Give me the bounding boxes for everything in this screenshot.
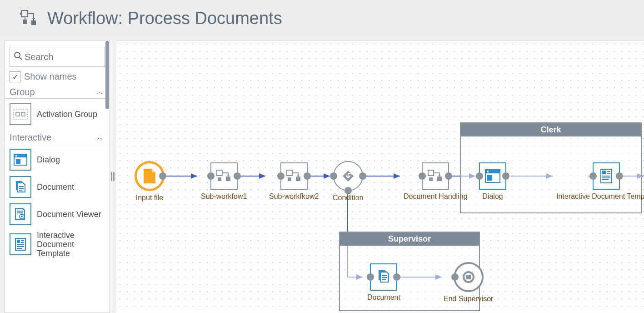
palette-label: Activation Group [37, 110, 97, 119]
dialog-icon [10, 149, 31, 171]
svg-marker-45 [351, 172, 353, 175]
svg-point-20 [21, 216, 23, 217]
header: Workflow: Process Documents [0, 0, 644, 36]
group-supervisor-title: Supervisor [340, 232, 479, 246]
svg-rect-22 [17, 240, 20, 243]
section-interactive-header[interactable]: Interactive ︿ [5, 130, 110, 144]
palette-document[interactable]: Document [5, 173, 110, 201]
node-interactive-doc-template[interactable]: Interactive Document Template [556, 162, 644, 201]
svg-rect-40 [287, 170, 292, 176]
search-input-container[interactable] [10, 47, 105, 67]
svg-line-6 [20, 57, 22, 60]
workflow-canvas[interactable]: Clerk Supervisor Input file Sub-workfow1 [116, 40, 644, 313]
svg-rect-42 [288, 177, 291, 181]
node-condition[interactable]: Condition [333, 161, 364, 202]
palette-label: Document Viewer [37, 210, 101, 219]
node-sub-workflow1[interactable]: Sub-workfow1 [201, 162, 247, 201]
palette-interactive-doc-template[interactable]: Interactive Document Template [5, 228, 110, 261]
node-label: Document [367, 293, 400, 302]
node-document[interactable]: Document [367, 263, 400, 302]
svg-rect-13 [16, 159, 20, 164]
search-input[interactable] [25, 52, 110, 62]
svg-marker-43 [297, 175, 300, 177]
svg-rect-36 [217, 170, 222, 176]
show-names-checkbox[interactable]: ✓ Show names [10, 71, 105, 82]
svg-rect-37 [226, 177, 230, 181]
node-sub-workflow2[interactable]: Sub-workfkow2 [269, 162, 319, 201]
svg-point-5 [15, 52, 20, 58]
activation-group-icon [10, 103, 31, 125]
palette-document-viewer[interactable]: Document Viewer [5, 201, 110, 228]
svg-rect-53 [487, 175, 492, 181]
svg-marker-39 [227, 175, 230, 177]
palette-dialog[interactable]: Dialog [5, 146, 110, 173]
node-label: Document Handling [404, 192, 468, 201]
section-group-header[interactable]: Group ︿ [5, 84, 110, 99]
chevron-up-icon: ︿ [97, 88, 103, 96]
svg-rect-2 [31, 20, 36, 25]
workflow-icon [18, 7, 40, 29]
document-viewer-icon [10, 203, 31, 225]
splitter[interactable] [110, 40, 116, 313]
interactive-doc-template-icon [10, 233, 31, 255]
node-label: Sub-workfow1 [201, 192, 247, 201]
node-label: End Supervisor [444, 295, 493, 303]
node-document-handling[interactable]: Document Handling [404, 162, 468, 201]
svg-rect-8 [16, 112, 20, 116]
scrollbar[interactable] [105, 41, 109, 109]
node-label: Input file [136, 194, 163, 202]
node-input-file[interactable]: Input file [135, 161, 165, 202]
svg-rect-48 [429, 177, 433, 181]
section-interactive-title: Interactive [10, 132, 51, 143]
page-title: Workflow: Process Documents [47, 9, 282, 28]
svg-rect-1 [23, 20, 27, 24]
palette-label: Dialog [37, 155, 60, 164]
svg-rect-9 [21, 112, 25, 116]
chevron-up-icon: ︿ [97, 134, 103, 142]
svg-rect-0 [21, 10, 28, 17]
svg-rect-38 [218, 177, 221, 181]
sidebar: ✓ Show names Group ︿ Activation Group In… [5, 40, 110, 313]
node-dialog[interactable]: Dialog [479, 162, 506, 201]
node-label: Sub-workfkow2 [269, 192, 319, 201]
palette-label: Interactive Document Template [37, 231, 105, 258]
splitter-handle-icon [111, 172, 115, 181]
show-names-label: Show names [24, 71, 77, 81]
svg-rect-55 [602, 171, 606, 174]
svg-marker-3 [32, 18, 35, 20]
node-end-supervisor[interactable]: End Supervisor [444, 262, 493, 303]
svg-rect-52 [487, 171, 489, 172]
document-icon [10, 176, 31, 198]
svg-rect-41 [296, 177, 300, 181]
node-label: Dialog [482, 192, 503, 201]
svg-rect-12 [15, 155, 17, 156]
svg-rect-47 [437, 177, 442, 181]
palette-label: Document [37, 182, 74, 192]
section-group-title: Group [10, 87, 35, 97]
palette-activation-group[interactable]: Activation Group [5, 101, 110, 128]
svg-rect-46 [428, 170, 434, 176]
svg-marker-49 [438, 175, 441, 177]
node-label: Interactive Document Template [556, 192, 644, 201]
search-icon [14, 51, 23, 62]
group-clerk-title: Clerk [461, 123, 641, 136]
node-label: Condition [333, 194, 364, 202]
checkbox-icon[interactable]: ✓ [10, 71, 20, 82]
